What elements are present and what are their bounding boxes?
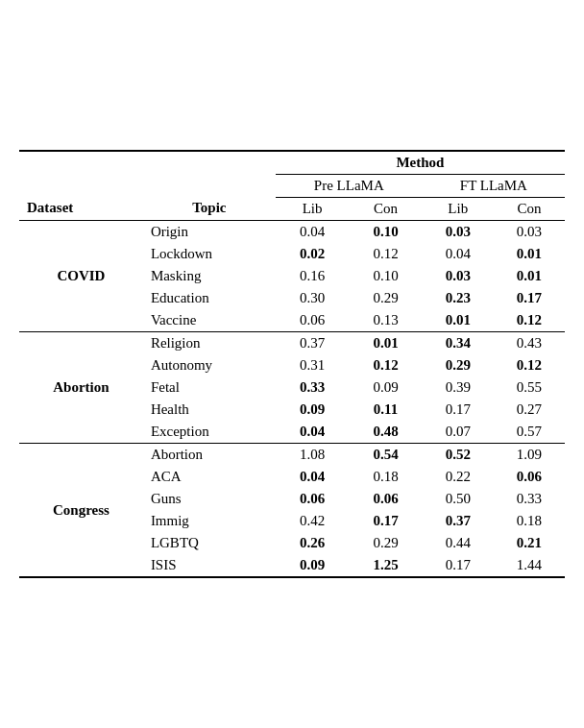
data-cell: 0.09 — [349, 376, 422, 399]
data-cell: 0.37 — [276, 332, 349, 355]
data-cell: 0.31 — [276, 354, 349, 376]
data-cell: 0.33 — [494, 488, 565, 510]
ft-con-header: Con — [494, 198, 565, 221]
data-cell: 0.06 — [276, 488, 349, 510]
data-cell: 1.44 — [494, 554, 565, 577]
data-cell: 0.06 — [276, 309, 349, 332]
topic-cell: Origin — [143, 221, 276, 244]
data-cell: 1.08 — [276, 444, 349, 467]
ft-llama-header: FT LLaMA — [423, 175, 565, 198]
data-cell: 0.22 — [423, 466, 494, 488]
data-cell: 0.17 — [423, 399, 494, 421]
dataset-header: Dataset — [19, 151, 143, 221]
data-cell: 0.03 — [423, 265, 494, 287]
data-cell: 0.55 — [494, 376, 565, 399]
data-cell: 0.04 — [276, 221, 349, 244]
topic-cell: ACA — [143, 466, 276, 488]
data-cell: 0.29 — [349, 287, 422, 309]
data-cell: 0.42 — [276, 510, 349, 532]
table-container: Dataset Topic Method Pre LLaMA FT LLaMA … — [19, 150, 565, 578]
data-cell: 0.12 — [494, 354, 565, 376]
topic-cell: Autonomy — [143, 354, 276, 376]
data-cell: 0.50 — [423, 488, 494, 510]
topic-cell: Fetal — [143, 376, 276, 399]
topic-cell: Education — [143, 287, 276, 309]
pre-lib-header: Lib — [276, 198, 349, 221]
data-cell: 0.52 — [423, 444, 494, 467]
data-cell: 0.54 — [349, 444, 422, 467]
data-cell: 0.06 — [349, 488, 422, 510]
data-cell: 0.33 — [276, 376, 349, 399]
method-header: Method — [276, 151, 565, 175]
data-cell: 0.18 — [349, 466, 422, 488]
data-cell: 0.57 — [494, 421, 565, 444]
results-table: Dataset Topic Method Pre LLaMA FT LLaMA … — [19, 150, 565, 578]
data-cell: 0.13 — [349, 309, 422, 332]
data-cell: 0.01 — [423, 309, 494, 332]
data-cell: 0.04 — [423, 243, 494, 265]
pre-llama-header: Pre LLaMA — [276, 175, 423, 198]
data-cell: 0.09 — [276, 554, 349, 577]
data-cell: 0.04 — [276, 466, 349, 488]
data-cell: 0.10 — [349, 265, 422, 287]
dataset-cell: COVID — [19, 221, 143, 332]
data-cell: 0.23 — [423, 287, 494, 309]
data-cell: 1.25 — [349, 554, 422, 577]
topic-cell: Abortion — [143, 444, 276, 467]
data-cell: 0.30 — [276, 287, 349, 309]
data-cell: 0.18 — [494, 510, 565, 532]
topic-cell: Guns — [143, 488, 276, 510]
data-cell: 0.21 — [494, 532, 565, 554]
data-cell: 0.48 — [349, 421, 422, 444]
topic-cell: Vaccine — [143, 309, 276, 332]
data-cell: 0.01 — [494, 243, 565, 265]
topic-cell: LGBTQ — [143, 532, 276, 554]
data-cell: 0.16 — [276, 265, 349, 287]
topic-cell: Immig — [143, 510, 276, 532]
data-cell: 0.26 — [276, 532, 349, 554]
data-cell: 0.02 — [276, 243, 349, 265]
data-cell: 0.29 — [423, 354, 494, 376]
data-cell: 0.12 — [494, 309, 565, 332]
topic-cell: Health — [143, 399, 276, 421]
data-cell: 0.39 — [423, 376, 494, 399]
data-cell: 0.17 — [494, 287, 565, 309]
data-cell: 0.10 — [349, 221, 422, 244]
topic-cell: Exception — [143, 421, 276, 444]
topic-cell: Lockdown — [143, 243, 276, 265]
data-cell: 0.01 — [349, 332, 422, 355]
data-cell: 0.03 — [423, 221, 494, 244]
data-cell: 0.17 — [349, 510, 422, 532]
data-cell: 0.34 — [423, 332, 494, 355]
data-cell: 0.43 — [494, 332, 565, 355]
pre-con-header: Con — [349, 198, 422, 221]
dataset-cell: Congress — [19, 444, 143, 578]
data-cell: 0.09 — [276, 399, 349, 421]
topic-cell: Masking — [143, 265, 276, 287]
data-cell: 0.06 — [494, 466, 565, 488]
topic-cell: ISIS — [143, 554, 276, 577]
data-cell: 0.17 — [423, 554, 494, 577]
data-cell: 0.44 — [423, 532, 494, 554]
ft-lib-header: Lib — [423, 198, 494, 221]
topic-header: Topic — [143, 151, 276, 221]
data-cell: 0.27 — [494, 399, 565, 421]
topic-cell: Religion — [143, 332, 276, 355]
data-cell: 0.12 — [349, 243, 422, 265]
data-cell: 0.37 — [423, 510, 494, 532]
data-cell: 0.12 — [349, 354, 422, 376]
data-cell: 0.07 — [423, 421, 494, 444]
data-cell: 0.29 — [349, 532, 422, 554]
data-cell: 0.11 — [349, 399, 422, 421]
dataset-cell: Abortion — [19, 332, 143, 444]
data-cell: 0.04 — [276, 421, 349, 444]
data-cell: 0.01 — [494, 265, 565, 287]
data-cell: 0.03 — [494, 221, 565, 244]
data-cell: 1.09 — [494, 444, 565, 467]
